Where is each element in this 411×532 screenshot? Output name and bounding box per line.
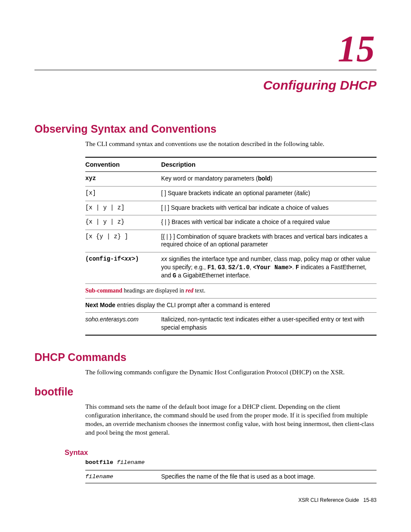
conv-cell: [x {y | z} ] [85,230,161,252]
code-text: [x] [85,190,96,196]
th-description: Description [161,157,377,172]
code-text: >) [132,256,139,262]
text: [ ] Square brackets indicate an optional… [161,190,296,196]
param-name: filename [85,470,161,483]
heading-observing-syntax: Observing Syntax and Conventions [34,123,377,135]
red-bold-text: Sub-command [85,287,122,294]
conv-cell: (config-if<xx>) [85,252,161,284]
desc-cell: [{ | } ] Combination of square brackets … [161,230,377,252]
intro-dhcp-commands: The following commands configure the Dyn… [85,368,377,376]
code-text: G3 [218,264,225,271]
intro-observing-syntax: The CLI command syntax and conventions u… [85,140,377,148]
code-text: [x | y | z] [85,205,125,211]
desc-cell: Italicized, non-syntactic text indicates… [161,313,377,336]
note-subcommand: Sub-command headings are displayed in re… [85,283,377,298]
conv-cell: [x] [85,186,161,201]
table-row: filename Specifies the name of the file … [85,470,377,483]
conv-cell: soho.enterasys.com [85,313,161,336]
italic-text: xx [125,256,132,262]
conv-cell: {x | y | z} [85,215,161,230]
page-footer: XSR CLI Reference Guide 15-83 [34,497,377,503]
desc-cell: Key word or mandatory parameters (bold) [161,172,377,187]
text: entries display the CLI prompt after a c… [115,302,270,308]
table-row: [x] [ ] Square brackets indicate an opti… [85,186,377,201]
bold-text: bold [258,175,271,182]
table-row: Sub-command headings are displayed in re… [85,283,377,298]
param-desc: Specifies the name of the file that is u… [161,470,377,483]
heading-bootfile: bootfile [34,386,377,398]
text: , [225,264,228,271]
desc-cell: [ | ] Square brackets with vertical bar … [161,201,377,215]
syntax-command: bootfile filename [85,459,377,466]
table-row: {x | y | z} { | } Braces with vertical b… [85,215,377,230]
table-row: (config-if<xx>) xx signifies the interfa… [85,252,377,284]
conv-cell: xyz [85,172,161,187]
text: , [215,264,218,271]
chapter-title: Configuring DHCP [34,78,377,93]
footer-page-number: 15-83 [363,497,377,503]
code-text: S2/1.0 [228,264,250,271]
table-header-row: Convention Description [85,157,377,172]
table-row: [x {y | z} ] [{ | } ] Combination of squ… [85,230,377,252]
desc-cell: { | } Braces with vertical bar indicate … [161,215,377,230]
code-text: F1 [207,264,215,271]
syntax-variable: filename [117,459,145,466]
code-text: <Your Name> [253,264,292,271]
text: . [292,264,296,271]
desc-cell: xx signifies the interface type and numb… [161,252,377,284]
text: a GigabitEthernet interface. [176,272,250,279]
desc-cell: [ ] Square brackets indicate an optional… [161,186,377,201]
intro-bootfile: This command sets the name of the defaul… [85,402,377,437]
table-row: [x | y | z] [ | ] Square brackets with v… [85,201,377,215]
red-italic-text: red [186,287,193,294]
code-text: G [173,273,176,279]
code-text: [x {y | z} ] [85,233,128,240]
italic-text: xx [161,256,167,262]
text: headings are displayed in [122,287,186,294]
syntax-table: filename Specifies the name of the file … [85,470,377,483]
table-row: soho.enterasys.com Italicized, non-synta… [85,313,377,336]
italic-text: soho.enterasys.com [85,316,138,323]
code-text: {x | y | z} [85,219,125,225]
heading-syntax: Syntax [65,448,377,457]
chapter-number: 15 [34,30,377,67]
th-convention: Convention [85,157,161,172]
text: ) [271,175,273,182]
text: Key word or mandatory parameters ( [161,175,258,182]
bold-text: Next Mode [85,302,115,308]
italic-text: italic [296,190,308,196]
conv-cell: [x | y | z] [85,201,161,215]
text: text. [193,287,206,294]
code-text: F [296,264,299,271]
conventions-table: Convention Description xyz Key word or m… [85,157,377,336]
text: ) [308,190,310,196]
chapter-rule [34,70,377,70]
code-text: (config-if< [85,256,125,262]
note-next-mode: Next Mode entries display the CLI prompt… [85,298,377,313]
footer-doc-title: XSR CLI Reference Guide [299,497,359,503]
heading-dhcp-commands: DHCP Commands [34,351,377,364]
syntax-keyword: bootfile [85,459,113,466]
table-row: xyz Key word or mandatory parameters (bo… [85,172,377,187]
table-row: Next Mode entries display the CLI prompt… [85,298,377,313]
